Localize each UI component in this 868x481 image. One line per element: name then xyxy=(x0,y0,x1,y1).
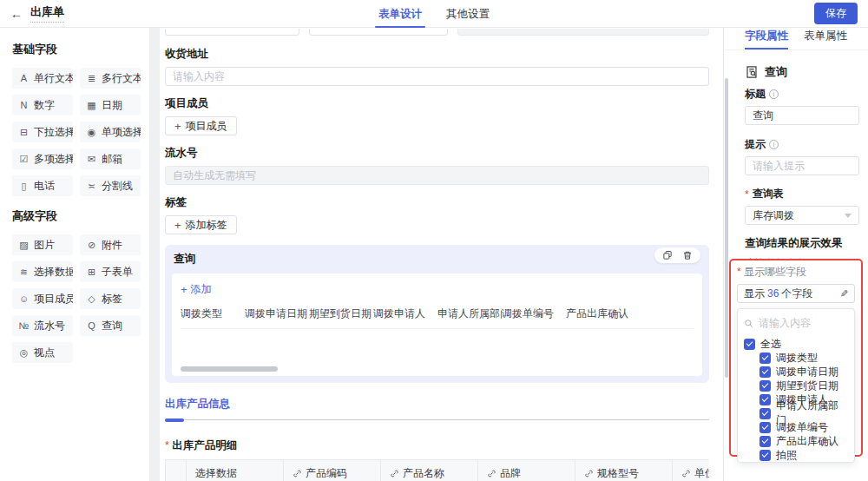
field-type-image[interactable]: 图片 xyxy=(12,234,73,255)
result-display-section-title: 查询结果的展示效果 xyxy=(745,236,859,251)
field-option-partial[interactable] xyxy=(760,462,848,463)
field-search-box[interactable]: 请输入内容 xyxy=(744,316,848,331)
advanced-fields-title: 高级字段 xyxy=(12,208,141,224)
query-column-header: 调拨类型 xyxy=(181,306,245,321)
tab-form-design[interactable]: 表单设计 xyxy=(378,0,422,28)
checkbox-checked-icon[interactable] xyxy=(760,353,771,364)
query-result-panel: 添加 调拨类型 调拨申请日期 期望到货日期 调拨申请人 申请人所属部门 调拨单编… xyxy=(172,273,702,376)
field-type-number[interactable]: 数字 xyxy=(12,95,73,115)
top-bar: 出库单 表单设计 其他设置 保存 xyxy=(0,0,868,28)
field-type-query[interactable]: 查询 xyxy=(80,315,141,336)
back-icon[interactable] xyxy=(10,7,23,21)
checkbox-checked-icon[interactable] xyxy=(744,339,755,350)
field-option[interactable]: 调拨申请日期 xyxy=(760,365,848,379)
tab-other-settings[interactable]: 其他设置 xyxy=(446,0,490,28)
address-field-label: 收货地址 xyxy=(165,47,709,62)
field-type-subform[interactable]: 子表单 xyxy=(80,261,141,282)
query-column-header: 调拨单编号 xyxy=(502,306,566,321)
section-divider-line xyxy=(165,419,709,420)
field-count: 36 xyxy=(767,287,779,300)
tab-form-properties[interactable]: 表单属性 xyxy=(804,29,847,49)
sidebar-canvas-divider xyxy=(149,28,160,481)
detail-column-header: 产品名称 xyxy=(381,460,478,481)
display-fields-summary[interactable]: 显示36个字段 xyxy=(737,284,855,303)
field-type-phone[interactable]: 电话 xyxy=(12,175,73,196)
field-type-multi-select[interactable]: 多项选择 xyxy=(12,148,73,169)
field-type-tag[interactable]: 标签 xyxy=(80,288,141,309)
query-table-select[interactable]: 库存调拨 xyxy=(745,206,859,225)
field-type-member[interactable]: 项目成员 xyxy=(12,288,73,309)
detail-column-header: 选择数据 xyxy=(187,460,284,481)
checkbox-checked-icon[interactable] xyxy=(760,436,771,447)
delete-icon[interactable] xyxy=(682,250,693,260)
field-option[interactable]: 调拨类型 xyxy=(760,351,848,365)
field-type-email[interactable]: 邮箱 xyxy=(80,148,141,169)
clipped-input-2[interactable] xyxy=(309,29,448,36)
date-icon xyxy=(86,100,97,111)
radio-icon xyxy=(86,127,97,138)
query-icon xyxy=(86,320,97,331)
detail-table-wrapper: 选择数据 产品编码 产品名称 品牌 规格型号 单位 1 选择数据 下拉选择 xyxy=(165,459,709,481)
detail-table: 选择数据 产品编码 产品名称 品牌 规格型号 单位 1 选择数据 下拉选择 xyxy=(165,459,709,481)
field-checklist-dropdown: 请输入内容 全选 调拨类型 调拨申请日期 期望到货日期 调拨申请人 申请人所属部… xyxy=(737,308,855,463)
clipped-field-row xyxy=(165,29,709,36)
field-type-divider[interactable]: 分割线 xyxy=(80,175,141,196)
plus-icon xyxy=(181,283,187,296)
field-type-radio[interactable]: 单项选择 xyxy=(80,122,141,142)
serial-number-icon xyxy=(18,320,30,331)
query-add-link[interactable]: 添加 xyxy=(181,282,212,297)
field-option[interactable]: 申请人所属部门 xyxy=(760,406,848,420)
single-line-text-icon xyxy=(18,73,30,83)
link-icon xyxy=(487,469,496,478)
link-icon xyxy=(390,469,399,478)
clipped-input-3 xyxy=(457,29,709,36)
vertical-scrollbar[interactable] xyxy=(725,78,728,378)
subform-icon xyxy=(86,267,97,278)
field-option[interactable]: 拍照 xyxy=(760,448,848,462)
field-type-viewpoint[interactable]: 视点 xyxy=(12,342,73,363)
checkbox-checked-icon[interactable] xyxy=(760,394,771,405)
field-type-date[interactable]: 日期 xyxy=(80,95,141,115)
horizontal-scrollbar[interactable] xyxy=(181,366,278,372)
checkbox-checked-icon[interactable] xyxy=(760,408,771,419)
detail-table-label: 出库产品明细 xyxy=(165,438,709,453)
field-type-select-data[interactable]: 选择数据 xyxy=(12,261,73,282)
add-member-button[interactable]: 项目成员 xyxy=(165,116,237,135)
field-type-dropdown[interactable]: 下拉选择 xyxy=(12,122,73,142)
row-number-header xyxy=(166,460,187,481)
edit-icon[interactable] xyxy=(840,288,848,300)
field-option[interactable]: 产品出库确认 xyxy=(760,434,848,448)
form-title[interactable]: 出库单 xyxy=(30,4,64,23)
checkbox-checked-icon[interactable] xyxy=(760,422,771,433)
member-icon xyxy=(18,293,30,304)
product-info-section-title[interactable]: 出库产品信息 xyxy=(165,397,709,412)
checkbox-checked-icon[interactable] xyxy=(760,380,771,392)
field-type-single-line-text[interactable]: 单行文本 xyxy=(12,68,73,89)
info-icon[interactable] xyxy=(769,140,779,149)
info-icon[interactable] xyxy=(769,89,779,99)
field-type-multi-line-text[interactable]: 多行文本 xyxy=(80,68,141,89)
save-button[interactable]: 保存 xyxy=(814,3,858,24)
field-type-serial-number[interactable]: 流水号 xyxy=(12,315,73,336)
checkbox-checked-icon[interactable] xyxy=(760,366,771,378)
tab-field-properties[interactable]: 字段属性 xyxy=(745,29,788,49)
add-tag-button[interactable]: 添加标签 xyxy=(165,215,237,234)
field-type-attachment[interactable]: 附件 xyxy=(80,234,141,255)
divider-icon xyxy=(86,181,97,192)
image-icon xyxy=(18,240,30,251)
advanced-fields-grid: 图片 附件 选择数据 子表单 项目成员 标签 流水号 查询 视点 xyxy=(12,234,141,363)
query-table-label: 查询表 xyxy=(745,187,859,201)
select-data-icon xyxy=(18,267,30,278)
address-input[interactable] xyxy=(165,67,709,86)
copy-icon[interactable] xyxy=(662,250,673,260)
clipped-input-1[interactable] xyxy=(165,29,299,36)
number-icon xyxy=(18,100,30,110)
field-option[interactable]: 期望到货日期 xyxy=(760,379,848,392)
hint-property-input[interactable] xyxy=(745,156,859,175)
query-field-label: 查询 xyxy=(174,252,702,267)
checkbox-checked-icon[interactable] xyxy=(760,450,771,461)
select-all-option[interactable]: 全选 xyxy=(744,337,848,351)
title-property-input[interactable] xyxy=(745,106,859,125)
query-field-block-selected[interactable]: 查询 添加 调拨类型 调拨申请日期 期望到货日期 调拨申请人 申请人所属部门 调… xyxy=(165,245,709,383)
multi-line-text-icon xyxy=(86,73,97,84)
